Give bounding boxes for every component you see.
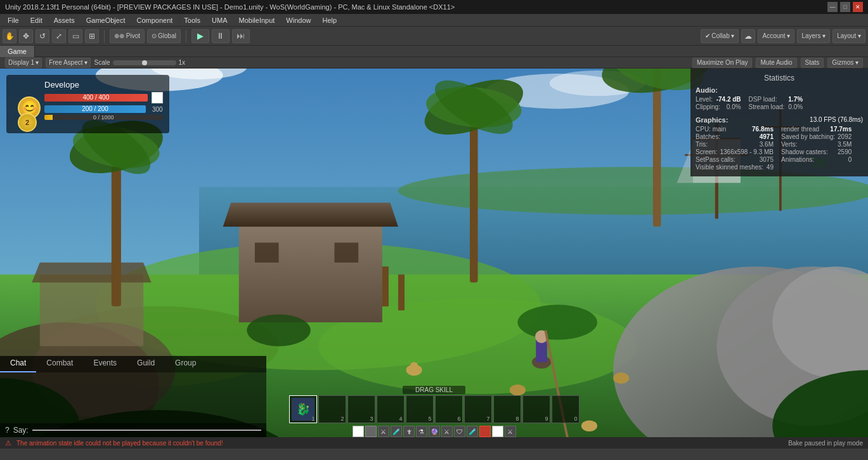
scale-thumb: [142, 60, 147, 65]
layers-label: Layers ▾: [801, 32, 826, 39]
pause-button[interactable]: ⏸: [212, 29, 230, 43]
scale-control: Scale 1x: [94, 59, 186, 66]
svg-rect-25: [255, 242, 279, 262]
bake-status: Bake paused in play mode: [788, 440, 863, 447]
maximize-button[interactable]: □: [840, 2, 850, 12]
aspect-label: Free Aspect: [49, 59, 82, 66]
scale-value: 1x: [179, 59, 186, 66]
menu-edit[interactable]: Edit: [25, 15, 48, 25]
menu-mobileinput[interactable]: MobileInput: [233, 15, 280, 25]
collab-button[interactable]: ✔ Collab ▾: [701, 29, 739, 43]
svg-point-49: [510, 384, 526, 396]
menu-window[interactable]: Window: [281, 15, 316, 25]
cloud-button[interactable]: ☁: [741, 29, 755, 43]
step-button[interactable]: ⏭: [232, 29, 250, 43]
menu-help[interactable]: Help: [317, 15, 342, 25]
scale-label: Scale: [94, 59, 110, 66]
svg-marker-24: [223, 203, 398, 227]
svg-marker-10: [693, 139, 741, 183]
svg-rect-26: [335, 242, 359, 262]
svg-rect-35: [470, 107, 478, 282]
collab-label: ✔ Collab ▾: [705, 32, 735, 39]
warning-icon: ⚠: [5, 439, 11, 447]
maximize-on-play-btn[interactable]: Maximize On Play: [692, 58, 753, 68]
svg-point-42: [247, 314, 310, 346]
svg-point-43: [517, 305, 597, 339]
minimize-button[interactable]: —: [827, 2, 838, 12]
menu-tools[interactable]: Tools: [179, 15, 205, 25]
hand-tool-btn[interactable]: ✋: [3, 29, 16, 43]
layout-label: Layout ▾: [837, 32, 861, 39]
pivot-button[interactable]: ⊕ ⊕ Pivot: [110, 29, 145, 43]
display-label: Display 1: [8, 59, 34, 66]
warning-message: The animation state idle could not be pl…: [16, 440, 223, 447]
menu-uma[interactable]: UMA: [207, 15, 232, 25]
svg-rect-27: [382, 266, 389, 306]
svg-text:20: 20: [812, 157, 826, 169]
display-chevron: ▾: [36, 59, 39, 66]
rect-tool-btn[interactable]: ▭: [68, 29, 82, 43]
toolbar: ✋ ✥ ↺ ⤢ ▭ ⊞ ⊕ ⊕ Pivot ⊙ Global ▶ ⏸ ⏭ ✔ C…: [0, 27, 868, 46]
separator-1: [104, 30, 105, 43]
title-text: Unity 2018.2.13f1 Personal (64bit) - [PR…: [5, 3, 827, 11]
separator-2: [186, 30, 186, 43]
status-bar: ⚠ The animation state idle could not be …: [0, 437, 868, 449]
layout-dropdown[interactable]: Layout ▾: [832, 29, 865, 43]
svg-point-50: [581, 420, 597, 431]
svg-point-48: [410, 362, 418, 371]
svg-marker-30: [32, 263, 151, 282]
global-icon: ⊙: [152, 32, 157, 39]
close-button[interactable]: ✕: [853, 2, 863, 12]
gizmos-btn[interactable]: Gizmos ▾: [827, 58, 863, 68]
main-area: Game Display 1 ▾ Free Aspect ▾ Scale 1x …: [0, 46, 868, 449]
game-panel: Game Display 1 ▾ Free Aspect ▾ Scale 1x …: [0, 46, 868, 449]
window-controls: — □ ✕: [827, 2, 863, 12]
account-label: Account ▾: [762, 32, 790, 39]
menu-bar: File Edit Assets GameObject Component To…: [0, 14, 868, 27]
transform-tool-btn[interactable]: ⊞: [85, 29, 99, 43]
svg-rect-23: [239, 219, 382, 322]
svg-rect-29: [40, 275, 143, 346]
game-viewport: 20 😊 2: [0, 69, 868, 449]
stats-btn[interactable]: Stats: [801, 58, 824, 68]
svg-rect-28: [398, 275, 405, 311]
svg-point-6: [398, 167, 868, 214]
play-button[interactable]: ▶: [191, 29, 209, 43]
scale-slider[interactable]: [113, 60, 176, 65]
svg-rect-39: [653, 69, 661, 227]
menu-component[interactable]: Component: [131, 15, 178, 25]
move-tool-btn[interactable]: ✥: [19, 29, 33, 43]
viewport-controls: Display 1 ▾ Free Aspect ▾ Scale 1x Maxim…: [0, 57, 868, 69]
game-scene-svg: 20: [0, 69, 868, 449]
menu-gameobject[interactable]: GameObject: [81, 15, 131, 25]
aspect-dropdown[interactable]: Free Aspect ▾: [46, 58, 90, 68]
pivot-icon: ⊕: [114, 32, 119, 39]
game-tab-bar: Game: [0, 46, 868, 57]
global-button[interactable]: ⊙ Global: [147, 29, 181, 43]
rotate-tool-btn[interactable]: ↺: [36, 29, 49, 43]
game-tab[interactable]: Game: [0, 46, 35, 57]
scale-tool-btn[interactable]: ⤢: [52, 29, 66, 43]
menu-assets[interactable]: Assets: [49, 15, 80, 25]
svg-point-51: [613, 372, 629, 384]
aspect-chevron: ▾: [84, 59, 87, 66]
display-dropdown[interactable]: Display 1 ▾: [5, 58, 42, 68]
account-dropdown[interactable]: Account ▾: [758, 29, 794, 43]
title-bar: Unity 2018.2.13f1 Personal (64bit) - [PR…: [0, 0, 868, 14]
mute-audio-btn[interactable]: Mute Audio: [756, 58, 796, 68]
pivot-label: ⊕ Pivot: [119, 32, 140, 39]
global-label: Global: [158, 32, 176, 39]
menu-file[interactable]: File: [3, 15, 24, 25]
layers-dropdown[interactable]: Layers ▾: [797, 29, 830, 43]
